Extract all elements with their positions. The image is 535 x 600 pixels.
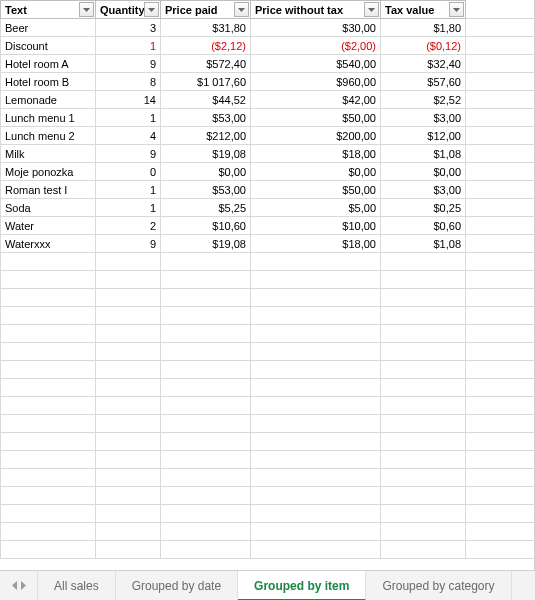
empty-cell[interactable] — [161, 451, 251, 469]
table-row[interactable]: Hotel room A9$572,40$540,00$32,40 — [1, 55, 536, 73]
empty-cell[interactable] — [1, 469, 96, 487]
empty-cell[interactable] — [1, 505, 96, 523]
value-cell[interactable]: $57,60 — [381, 73, 466, 91]
empty-cell[interactable] — [466, 487, 536, 505]
empty-cell[interactable] — [381, 253, 466, 271]
empty-cell[interactable] — [161, 379, 251, 397]
empty-cell[interactable] — [161, 541, 251, 559]
value-cell[interactable]: ($0,12) — [381, 37, 466, 55]
sheet-nav-buttons[interactable] — [0, 571, 38, 600]
empty-cell[interactable] — [466, 361, 536, 379]
empty-row[interactable] — [1, 505, 536, 523]
empty-cell[interactable] — [466, 271, 536, 289]
empty-cell[interactable] — [1, 523, 96, 541]
value-cell[interactable]: $19,08 — [161, 145, 251, 163]
table-row[interactable]: Moje ponozka0$0,00$0,00$0,00 — [1, 163, 536, 181]
value-cell[interactable]: $1,80 — [381, 19, 466, 37]
column-header[interactable]: Quantity — [96, 1, 161, 19]
value-cell[interactable]: $540,00 — [251, 55, 381, 73]
value-cell[interactable]: $0,60 — [381, 217, 466, 235]
empty-cell[interactable] — [1, 397, 96, 415]
empty-cell[interactable] — [381, 451, 466, 469]
empty-cell[interactable] — [251, 505, 381, 523]
value-cell[interactable]: $42,00 — [251, 91, 381, 109]
empty-cell[interactable] — [466, 217, 536, 235]
filter-dropdown-icon[interactable] — [234, 2, 249, 17]
item-name-cell[interactable]: Lunch menu 2 — [1, 127, 96, 145]
empty-cell[interactable] — [381, 361, 466, 379]
empty-cell[interactable] — [96, 379, 161, 397]
item-name-cell[interactable]: Moje ponozka — [1, 163, 96, 181]
empty-cell[interactable] — [251, 415, 381, 433]
empty-cell[interactable] — [381, 487, 466, 505]
value-cell[interactable]: $44,52 — [161, 91, 251, 109]
value-cell[interactable]: 1 — [96, 109, 161, 127]
empty-cell[interactable] — [251, 469, 381, 487]
value-cell[interactable]: $1 017,60 — [161, 73, 251, 91]
empty-cell[interactable] — [466, 505, 536, 523]
value-cell[interactable]: $1,08 — [381, 235, 466, 253]
empty-cell[interactable] — [251, 379, 381, 397]
empty-cell[interactable] — [161, 361, 251, 379]
empty-cell[interactable] — [251, 253, 381, 271]
empty-cell[interactable] — [96, 523, 161, 541]
table-row[interactable]: Hotel room B8$1 017,60$960,00$57,60 — [1, 73, 536, 91]
empty-cell[interactable] — [466, 73, 536, 91]
empty-cell[interactable] — [381, 307, 466, 325]
value-cell[interactable]: 1 — [96, 181, 161, 199]
empty-cell[interactable] — [466, 469, 536, 487]
filter-dropdown-icon[interactable] — [449, 2, 464, 17]
empty-cell[interactable] — [466, 55, 536, 73]
value-cell[interactable]: $0,25 — [381, 199, 466, 217]
value-cell[interactable]: $3,00 — [381, 181, 466, 199]
empty-cell[interactable] — [466, 163, 536, 181]
empty-cell[interactable] — [161, 415, 251, 433]
empty-cell[interactable] — [466, 19, 536, 37]
empty-cell[interactable] — [381, 397, 466, 415]
empty-cell[interactable] — [161, 289, 251, 307]
value-cell[interactable]: 1 — [96, 37, 161, 55]
empty-row[interactable] — [1, 325, 536, 343]
empty-cell[interactable] — [96, 487, 161, 505]
item-name-cell[interactable]: Hotel room A — [1, 55, 96, 73]
value-cell[interactable]: 3 — [96, 19, 161, 37]
item-name-cell[interactable]: Milk — [1, 145, 96, 163]
empty-cell[interactable] — [1, 361, 96, 379]
empty-cell[interactable] — [466, 199, 536, 217]
value-cell[interactable]: $31,80 — [161, 19, 251, 37]
empty-cell[interactable] — [161, 433, 251, 451]
empty-row[interactable] — [1, 469, 536, 487]
empty-cell[interactable] — [161, 397, 251, 415]
column-header[interactable]: Tax value — [381, 1, 466, 19]
empty-cell[interactable] — [1, 307, 96, 325]
value-cell[interactable]: 1 — [96, 199, 161, 217]
value-cell[interactable]: $0,00 — [161, 163, 251, 181]
empty-cell[interactable] — [1, 379, 96, 397]
value-cell[interactable]: $53,00 — [161, 181, 251, 199]
table-row[interactable]: Waterxxx9$19,08$18,00$1,08 — [1, 235, 536, 253]
empty-cell[interactable] — [1, 433, 96, 451]
value-cell[interactable]: $50,00 — [251, 181, 381, 199]
table-row[interactable]: Soda1$5,25$5,00$0,25 — [1, 199, 536, 217]
empty-cell[interactable] — [1, 289, 96, 307]
empty-cell[interactable] — [466, 145, 536, 163]
value-cell[interactable]: 14 — [96, 91, 161, 109]
value-cell[interactable]: 9 — [96, 55, 161, 73]
empty-cell[interactable] — [161, 271, 251, 289]
empty-cell[interactable] — [381, 325, 466, 343]
empty-cell[interactable] — [96, 271, 161, 289]
empty-cell[interactable] — [251, 343, 381, 361]
empty-cell[interactable] — [381, 343, 466, 361]
value-cell[interactable]: $0,00 — [381, 163, 466, 181]
spreadsheet-grid[interactable]: TextQuantityPrice paidPrice without taxT… — [0, 0, 535, 570]
empty-cell[interactable] — [96, 469, 161, 487]
value-cell[interactable]: $212,00 — [161, 127, 251, 145]
item-name-cell[interactable]: Roman test I — [1, 181, 96, 199]
empty-cell[interactable] — [381, 271, 466, 289]
value-cell[interactable]: ($2,12) — [161, 37, 251, 55]
empty-cell[interactable] — [466, 307, 536, 325]
empty-cell[interactable] — [251, 361, 381, 379]
value-cell[interactable]: $960,00 — [251, 73, 381, 91]
empty-row[interactable] — [1, 253, 536, 271]
value-cell[interactable]: $30,00 — [251, 19, 381, 37]
